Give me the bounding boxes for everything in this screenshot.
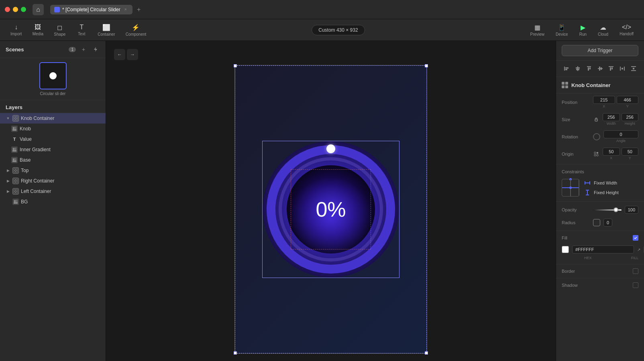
rotation-angle-field[interactable]: 0 <box>603 130 638 138</box>
component-label: Component <box>126 32 147 37</box>
fill-checkbox[interactable] <box>633 235 638 241</box>
opacity-slider[interactable] <box>593 209 622 211</box>
layer-knob-container[interactable]: ▼ Knob Container <box>0 113 106 124</box>
scene-name: Circular sli der <box>40 91 66 96</box>
fill-color-swatch[interactable] <box>562 246 569 253</box>
canvas-area[interactable]: ← → 0% <box>106 41 556 361</box>
align-middle-v-button[interactable] <box>595 64 605 73</box>
component-grid-icon <box>562 82 568 88</box>
svg-rect-16 <box>14 181 15 183</box>
add-tab-button[interactable]: + <box>134 5 144 14</box>
layer-right-container[interactable]: ▶ Right Container <box>0 176 106 186</box>
rotation-icon <box>593 133 600 140</box>
right-panel: Add Trigger <box>556 41 644 361</box>
text-button[interactable]: T Text <box>72 22 91 38</box>
nav-back-button[interactable]: ← <box>114 49 125 60</box>
preview-label: Preview <box>530 32 545 37</box>
fullscreen-button[interactable] <box>21 7 26 12</box>
fill-fill-sublabel: FILL <box>631 256 638 260</box>
run-label: Run <box>579 32 587 37</box>
nav-forward-button[interactable]: → <box>127 49 138 60</box>
tab-close-button[interactable]: × <box>123 7 128 12</box>
add-trigger-button[interactable]: Add Trigger <box>562 45 638 56</box>
handoff-button[interactable]: </> Handoff <box>615 22 638 38</box>
fill-hex-sublabel: HEX <box>584 256 592 260</box>
svg-rect-25 <box>565 67 569 69</box>
svg-rect-46 <box>594 152 596 154</box>
main-layout: Scenes 1 + Circular sli der Layers ▼ <box>0 41 644 361</box>
shadow-checkbox[interactable] <box>633 282 638 288</box>
origin-x-field[interactable]: 50 <box>603 148 620 156</box>
opacity-thumb[interactable] <box>613 207 618 212</box>
media-button[interactable]: 🖼 Media <box>28 22 47 38</box>
run-button[interactable]: ▶ Run <box>575 22 591 38</box>
import-button[interactable]: ↓ Import <box>6 22 26 38</box>
add-scene-button[interactable]: + <box>79 45 88 54</box>
layer-base[interactable]: Base <box>0 155 106 165</box>
layer-bg-label: BG <box>21 199 28 205</box>
minimize-button[interactable] <box>13 7 18 12</box>
titlebar: ⌂ * [Complete] Circular Slider × + <box>0 0 644 19</box>
svg-rect-38 <box>611 67 613 69</box>
device-size-indicator[interactable]: Custom 430 × 932 <box>312 25 365 35</box>
position-y-field[interactable]: 466 <box>617 96 639 104</box>
flash-button[interactable] <box>91 45 100 54</box>
size-width-field[interactable]: 256 <box>603 113 620 121</box>
align-left-button[interactable] <box>562 64 571 73</box>
layer-value[interactable]: T Value <box>0 134 106 144</box>
fill-hex-input[interactable] <box>572 245 634 254</box>
scenes-list: Circular sli der <box>0 58 106 100</box>
svg-rect-29 <box>576 69 579 70</box>
align-top-2-button[interactable] <box>606 64 616 73</box>
border-checkbox[interactable] <box>633 268 638 274</box>
layer-inner-gradient[interactable]: Inner Gradient <box>0 144 106 155</box>
layer-bg[interactable]: BG <box>0 197 106 207</box>
lock-icon[interactable] <box>593 116 599 123</box>
size-height-field[interactable]: 256 <box>622 113 639 121</box>
align-distribute-v-button[interactable] <box>629 64 638 73</box>
constraints-title: Constraints <box>556 166 644 176</box>
expand-arrow-top[interactable]: ▶ <box>6 168 10 173</box>
position-label: Position <box>562 100 590 105</box>
divider-4 <box>556 264 644 264</box>
component-button[interactable]: ⚡ Component <box>122 22 151 38</box>
position-x-label: X <box>603 104 605 108</box>
fill-label: Fill <box>562 235 590 240</box>
origin-y-field[interactable]: 50 <box>622 148 639 156</box>
cloud-button[interactable]: ☁ Cloud <box>594 22 612 38</box>
scene-item-circular-slider[interactable]: Circular sli der <box>6 62 100 96</box>
svg-rect-11 <box>16 168 18 170</box>
tab-circular-slider[interactable]: * [Complete] Circular Slider × <box>50 5 132 14</box>
svg-rect-40 <box>624 67 625 71</box>
traffic-lights <box>5 7 26 12</box>
opacity-value-field[interactable]: 100 <box>625 206 638 214</box>
scenes-header: Scenes 1 + <box>0 41 106 58</box>
align-distribute-button[interactable] <box>618 64 627 73</box>
radius-value-field[interactable]: 0 <box>603 219 612 227</box>
expand-arrow-left[interactable]: ▶ <box>6 189 10 194</box>
fill-link-icon[interactable]: ↗ <box>637 247 640 252</box>
knob-dot[interactable] <box>326 144 335 153</box>
align-center-h-button[interactable] <box>573 64 583 73</box>
position-x-field[interactable]: 215 <box>593 96 615 104</box>
fill-sublabels: HEX FILL <box>556 256 644 262</box>
shape-button[interactable]: ◻ Shape <box>50 22 69 38</box>
layer-knob[interactable]: Knob <box>0 124 106 134</box>
expand-arrow[interactable]: ▼ <box>6 116 10 121</box>
align-top-button[interactable] <box>584 64 594 73</box>
close-button[interactable] <box>5 7 10 12</box>
svg-rect-48 <box>594 154 596 156</box>
container-icon <box>12 115 19 122</box>
expand-arrow-right[interactable]: ▶ <box>6 178 10 183</box>
toolbar-tools: ↓ Import 🖼 Media ◻ Shape T Text ⬜ Contai… <box>6 22 150 38</box>
preview-button[interactable]: ▦ Preview <box>526 22 549 38</box>
origin-y-wrap: 50 Y <box>622 148 639 160</box>
home-button[interactable]: ⌂ <box>33 4 44 15</box>
circle-inner: 0% <box>287 165 375 254</box>
layer-left-container[interactable]: ▶ Left Container <box>0 186 106 197</box>
layers-header: Layers <box>0 100 106 113</box>
layer-top[interactable]: ▶ Top <box>0 165 106 176</box>
media-label: Media <box>33 32 43 36</box>
container-button[interactable]: ⬜ Container <box>94 22 119 38</box>
device-button[interactable]: 📱 Device <box>552 22 572 38</box>
